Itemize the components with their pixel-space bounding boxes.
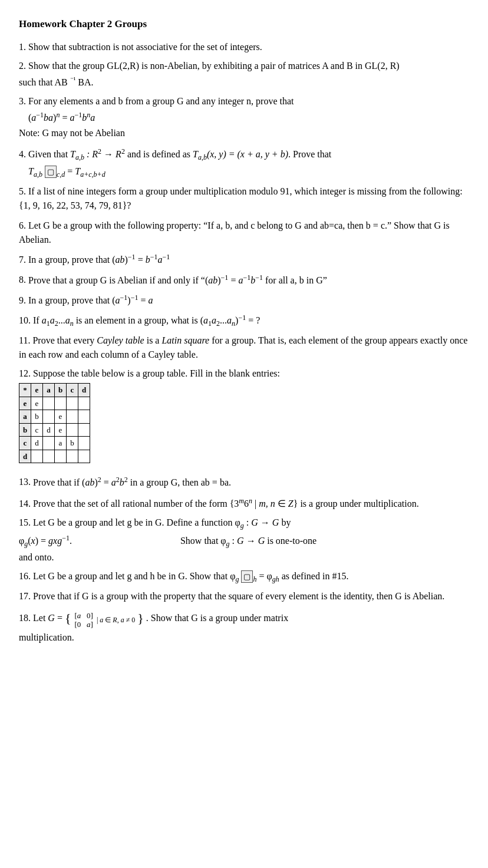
- problem-1: 1. Show that subtraction is not associat…: [19, 40, 469, 54]
- problem-16: 16. Let G be a group and let g and h be …: [19, 569, 469, 585]
- p5-number: 5.: [19, 186, 26, 196]
- p4-conclusion: Ta,b ▢c,d = Ta+c,b+d: [28, 166, 105, 176]
- p2-sup: ⁻¹: [70, 75, 76, 84]
- cayley-cell: d: [31, 437, 43, 450]
- p2-such-that: such that AB: [19, 77, 68, 87]
- cayley-cell: d: [43, 423, 55, 437]
- problem-14: 14. Prove that the set of all rational n…: [19, 496, 469, 511]
- p4-given: Given that: [28, 149, 70, 159]
- problem-10: 10. If a1a2...an is an element in a grou…: [19, 312, 469, 329]
- cayley-cell: [43, 397, 55, 410]
- p15-number: 15.: [19, 517, 31, 527]
- p11-text2: is a: [144, 335, 162, 345]
- problem-7: 7. In a group, prove that (ab)−1 = b−1a−…: [19, 252, 469, 267]
- problem-8: 8. Prove that a group G is Abelian if an…: [19, 272, 469, 287]
- p4-number: 4.: [19, 149, 26, 159]
- p8-number: 8.: [19, 275, 26, 285]
- p8-text: Prove that a group G is Abelian if and o…: [28, 275, 327, 285]
- cayley-cell: a: [43, 384, 55, 397]
- p10-number: 10.: [19, 315, 31, 325]
- p1-number: 1.: [19, 42, 26, 52]
- cayley-cell: [78, 397, 90, 410]
- p18-number: 18.: [19, 613, 31, 623]
- cayley-cell: d: [78, 384, 90, 397]
- p18-formula: G = { [a 0] [0 a] | a ∈ R, a ≠ 0 }: [48, 613, 146, 623]
- p11-cayley: Cayley table: [97, 335, 144, 345]
- p3-note: Note: G may not be Abelian: [19, 128, 125, 138]
- cayley-cell: e: [31, 384, 43, 397]
- p6-number: 6.: [19, 220, 26, 230]
- p4-and-defined: and is defined as: [127, 149, 193, 159]
- cayley-cell: [78, 437, 90, 450]
- cayley-cell: [67, 450, 78, 463]
- cayley-cell: [78, 410, 90, 424]
- problem-12: 12. Suppose the table below is a group t…: [19, 367, 469, 463]
- problem-17: 17. Prove that if G is a group with the …: [19, 589, 469, 603]
- p2-text: Show that the group GL(2,R) is non-Abeli…: [28, 61, 400, 71]
- p14-number: 14.: [19, 499, 31, 509]
- p1-text: Show that subtraction is not associative…: [28, 42, 262, 52]
- cayley-cell: e: [31, 397, 43, 410]
- problem-11: 11. Prove that every Cayley table is a L…: [19, 334, 469, 362]
- p3-formula: (a−1ba)n = a−1bna: [28, 113, 95, 123]
- p16-text: Let G be a group and let g and h be in G…: [33, 571, 348, 581]
- problem-13: 13. Prove that if (ab)2 = a2b2 in a grou…: [19, 474, 469, 489]
- cayley-cell: [67, 410, 78, 424]
- p18-show: . Show that G is a group under matrix: [146, 613, 288, 623]
- cayley-cell: b: [19, 423, 31, 437]
- problem-4: 4. Given that Ta,b : R2 → R2 and is defi…: [19, 146, 469, 180]
- cayley-cell: [78, 423, 90, 437]
- cayley-row-e: e e: [19, 397, 90, 410]
- p4-formula1: Ta,b : R2 → R2: [70, 149, 125, 159]
- cayley-cell: c: [19, 437, 31, 450]
- cayley-cell: [31, 450, 43, 463]
- p7-text: In a group, prove that: [28, 255, 112, 265]
- cayley-cell: [55, 450, 67, 463]
- p11-text1: Prove that every: [32, 335, 97, 345]
- p13-number: 13.: [19, 477, 31, 487]
- problem-2: 2. Show that the group GL(2,R) is non-Ab…: [19, 59, 469, 90]
- p17-number: 17.: [19, 591, 31, 601]
- cayley-cell: *: [19, 384, 31, 397]
- p17-text: Prove that if G is a group with the prop…: [33, 591, 444, 601]
- p4-prove: Prove that: [293, 149, 331, 159]
- p4-formula2: Ta,b(x, y) = (x + a, y + b).: [193, 149, 291, 159]
- problem-9: 9. In a group, prove that (a−1)−1 = a: [19, 292, 469, 308]
- p15-show: Show that φg : G → G is one-to-one: [180, 536, 316, 546]
- cayley-cell: b: [55, 384, 67, 397]
- p10-text: If a1a2...an is an element in a group, w…: [33, 315, 260, 325]
- cayley-cell: d: [19, 450, 31, 463]
- cayley-cell: [55, 397, 67, 410]
- cayley-cell: e: [55, 410, 67, 424]
- p5-text: If a list of nine integers form a group …: [19, 186, 463, 210]
- cayley-header-row: * e a b c d: [19, 384, 90, 397]
- p14-text: Prove that the set of all rational numbe…: [33, 499, 419, 509]
- cayley-cell: [67, 397, 78, 410]
- p11-number: 11.: [19, 335, 30, 345]
- cayley-row-d: d: [19, 450, 90, 463]
- cayley-row-c: c d a b: [19, 437, 90, 450]
- p3-text: For any elements a and b from a group G …: [28, 96, 294, 106]
- p6-text: Let G be a group with the following prop…: [19, 220, 450, 245]
- p15-formula: φg(x) = gxg−1.: [19, 536, 72, 546]
- p13-text: Prove that if (ab)2 = a2b2 in a group G,…: [33, 477, 231, 487]
- p15-onto: and onto.: [19, 550, 469, 565]
- page-title: Homework Chapter 2 Groups: [19, 16, 469, 32]
- cayley-cell: [78, 450, 90, 463]
- p15-text: Let G be a group and let g be in G. Defi…: [33, 517, 291, 527]
- cayley-cell: a: [19, 410, 31, 424]
- p12-text: Suppose the table below is a group table…: [33, 368, 280, 378]
- problem-3: 3. For any elements a and b from a group…: [19, 94, 469, 140]
- p7-number: 7.: [19, 255, 26, 265]
- cayley-row-a: a b e: [19, 410, 90, 424]
- problem-6: 6. Let G be a group with the following p…: [19, 219, 469, 247]
- cayley-cell: b: [31, 410, 43, 424]
- p2-number: 2.: [19, 61, 26, 71]
- problem-15: 15. Let G be a group and let g be in G. …: [19, 516, 469, 565]
- p16-number: 16.: [19, 571, 31, 581]
- cayley-cell: b: [67, 437, 78, 450]
- cayley-cell: [43, 450, 55, 463]
- cayley-cell: e: [19, 397, 31, 410]
- cayley-table: * e a b c d e e a b e: [19, 383, 90, 463]
- p7-formula: (ab)−1 = b−1a−1: [112, 255, 170, 265]
